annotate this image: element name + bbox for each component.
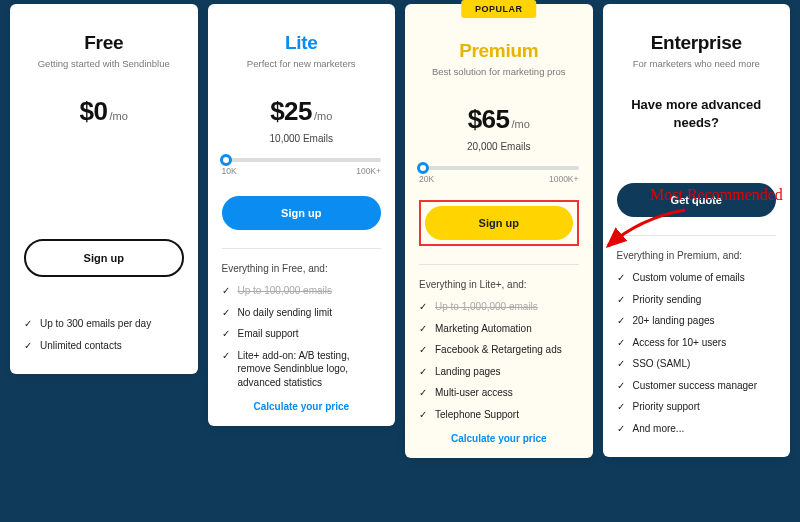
spacer (24, 127, 184, 219)
feature-list: Up to 100,000 emails No daily sending li… (222, 284, 382, 389)
feature-item: And more... (617, 422, 777, 436)
feature-item: Custom volume of emails (617, 271, 777, 285)
slider-min: 20K (419, 174, 434, 184)
feature-list: Up to 1,000,000 emails Marketing Automat… (419, 300, 579, 421)
feature-item: Customer success manager (617, 379, 777, 393)
plan-title: Lite (222, 32, 382, 54)
annotation-text: Most Recommended (650, 186, 783, 204)
section-header: Everything in Lite+, and: (419, 264, 579, 290)
slider-max: 1000K+ (549, 174, 579, 184)
feature-item-struck: Up to 1,000,000 emails (419, 300, 579, 314)
feature-item: 20+ landing pages (617, 314, 777, 328)
price-amount: $25 (270, 96, 312, 126)
slider-track (222, 158, 382, 162)
price-row: $25/mo (222, 96, 382, 127)
plan-card-lite: Lite Perfect for new marketers $25/mo 10… (208, 4, 396, 426)
feature-item-struck: Up to 100,000 emails (222, 284, 382, 298)
signup-button-free[interactable]: Sign up (24, 239, 184, 277)
plan-card-premium: POPULAR Premium Best solution for market… (405, 4, 593, 458)
feature-item: Access for 10+ users (617, 336, 777, 350)
spacer (617, 131, 777, 137)
calculate-price-link[interactable]: Calculate your price (222, 401, 382, 412)
signup-button-premium[interactable]: Sign up (425, 206, 573, 240)
slider-track (419, 166, 579, 170)
feature-item: Email support (222, 327, 382, 341)
price-row: $65/mo (419, 104, 579, 135)
price-period: /mo (512, 118, 530, 130)
slider-thumb[interactable] (417, 162, 429, 174)
slider-labels: 10K 100K+ (222, 166, 382, 176)
popular-badge: POPULAR (461, 0, 537, 18)
feature-list: Custom volume of emails Priority sending… (617, 271, 777, 435)
feature-item: Landing pages (419, 365, 579, 379)
slider-labels: 20K 1000K+ (419, 174, 579, 184)
email-slider[interactable]: 20K 1000K+ (419, 166, 579, 184)
price-period: /mo (314, 110, 332, 122)
plan-title: Free (24, 32, 184, 54)
feature-item: Multi-user access (419, 386, 579, 400)
plan-card-free: Free Getting started with Sendinblue $0/… (10, 4, 198, 374)
email-slider[interactable]: 10K 100K+ (222, 158, 382, 176)
pricing-page: Free Getting started with Sendinblue $0/… (0, 0, 800, 522)
plan-subtitle: For marketers who need more (617, 58, 777, 70)
email-count: 20,000 Emails (419, 141, 579, 152)
price-row: $0/mo (24, 96, 184, 127)
price-amount: $0 (80, 96, 108, 126)
feature-item: Telephone Support (419, 408, 579, 422)
price-amount: $65 (468, 104, 510, 134)
feature-item: Marketing Automation (419, 322, 579, 336)
plan-title: Enterprise (617, 32, 777, 54)
feature-item: Priority sending (617, 293, 777, 307)
highlight-box: Sign up (419, 200, 579, 246)
feature-item: No daily sending limit (222, 306, 382, 320)
slider-min: 10K (222, 166, 237, 176)
feature-item: Unlimited contacts (24, 339, 184, 353)
feature-item: Up to 300 emails per day (24, 317, 184, 331)
price-period: /mo (110, 110, 128, 122)
section-header: Everything in Free, and: (222, 248, 382, 274)
feature-item: Lite+ add-on: A/B testing, remove Sendin… (222, 349, 382, 390)
feature-item: Priority support (617, 400, 777, 414)
enterprise-question: Have more advanced needs? (617, 96, 777, 131)
plan-subtitle: Best solution for marketing pros (419, 66, 579, 78)
signup-button-lite[interactable]: Sign up (222, 196, 382, 230)
calculate-price-link[interactable]: Calculate your price (419, 433, 579, 444)
feature-list: Up to 300 emails per day Unlimited conta… (24, 317, 184, 352)
feature-item: Facebook & Retargeting ads (419, 343, 579, 357)
plan-title: Premium (419, 40, 579, 62)
slider-thumb[interactable] (220, 154, 232, 166)
annotation-arrow-icon (600, 208, 690, 258)
feature-item: SSO (SAML) (617, 357, 777, 371)
email-count: 10,000 Emails (222, 133, 382, 144)
plan-subtitle: Getting started with Sendinblue (24, 58, 184, 70)
slider-max: 100K+ (356, 166, 381, 176)
plan-subtitle: Perfect for new marketers (222, 58, 382, 70)
